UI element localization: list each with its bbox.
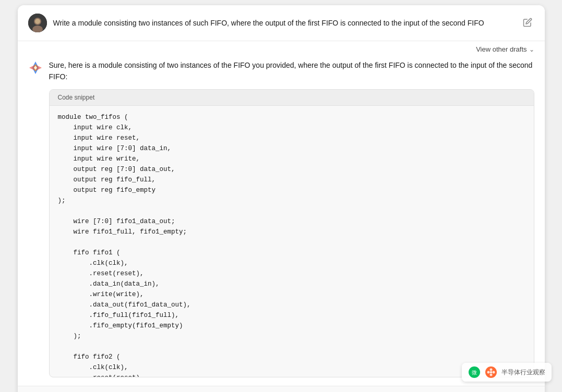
response-text-area: Sure, here is a module consisting of two… [49,59,534,377]
response-intro: Sure, here is a module consisting of two… [49,59,534,83]
code-body[interactable]: module two_fifos ( input wire clk, input… [50,106,534,377]
edit-button[interactable] [521,16,534,31]
ai-logo [28,60,43,75]
svg-point-3 [35,19,40,24]
svg-point-11 [490,369,493,371]
watermark-text: 半导体行业观察 [501,368,545,377]
prompt-text: Write a module consisting two instances … [53,18,515,29]
svg-point-13 [487,371,490,374]
drafts-row: View other drafts ⌄ [18,41,545,55]
code-header: Code snippet [50,90,534,106]
svg-point-14 [493,371,495,374]
chevron-down-icon: ⌄ [529,46,534,53]
svg-text:微: 微 [472,370,477,375]
view-drafts-label: View other drafts [476,45,527,53]
code-block: Code snippet module two_fifos ( input wi… [49,89,534,377]
avatar [28,14,47,32]
watermark-logo-icon: 微 [468,366,481,378]
view-drafts-button[interactable]: View other drafts ⌄ [476,45,534,53]
main-container: Write a module consisting two instances … [18,5,545,392]
svg-point-12 [490,374,493,376]
caution-bar: Use code with caution. Learn more [18,386,545,392]
watermark-flower-icon [485,366,497,378]
prompt-row: Write a module consisting two instances … [18,5,545,41]
watermark: 微 半导体行业观察 [462,363,552,382]
svg-point-15 [490,371,492,373]
avatar-image [28,14,47,32]
response-content: Sure, here is a module consisting of two… [18,55,545,386]
